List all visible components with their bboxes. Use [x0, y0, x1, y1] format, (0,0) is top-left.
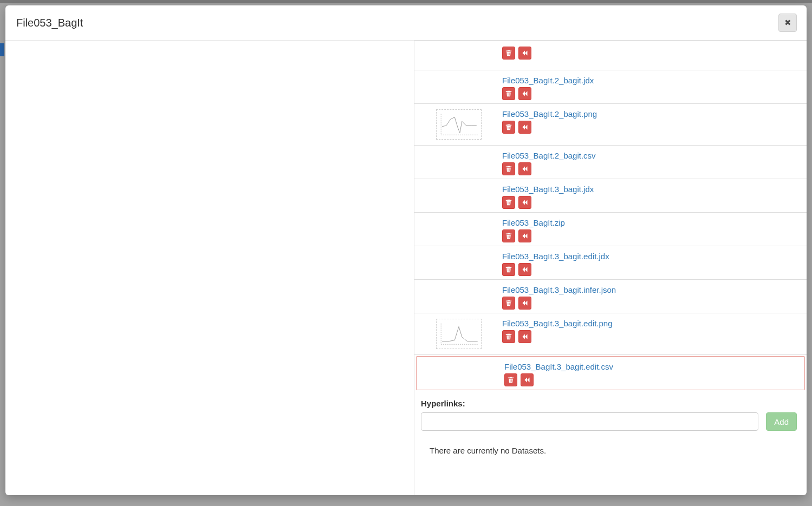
file-meta: File053_BagIt.2_bagit.png	[502, 107, 800, 134]
rewind-icon	[522, 50, 528, 56]
trash-icon	[505, 124, 512, 130]
modal-body: File053_BagIt.2_bagit.jdxFile053_BagIt.2…	[5, 41, 807, 495]
hyperlinks-label: Hyperlinks:	[421, 399, 797, 408]
trash-icon	[505, 233, 512, 239]
file-meta: File053_BagIt.3_bagit.edit.csv	[504, 360, 798, 386]
file-meta: File053_BagIt.3_bagit.edit.png	[502, 317, 800, 343]
delete-button[interactable]	[502, 47, 515, 60]
file-link[interactable]: File053_BagIt.3_bagit.edit.jdx	[502, 252, 609, 261]
rewind-button[interactable]	[521, 373, 534, 386]
file-meta: File053_BagIt.3_bagit.edit.jdx	[502, 249, 800, 276]
file-meta: File053_BagIt.3_bagit.infer.json	[502, 283, 800, 310]
rewind-button[interactable]	[518, 162, 531, 175]
datasets-empty-message: There are currently no Datasets.	[414, 431, 807, 466]
modal-header: File053_BagIt ✖	[5, 5, 807, 41]
file-row: File053_BagIt.3_bagit.jdx	[414, 179, 807, 213]
file-meta: File053_BagIt.3_bagit.jdx	[502, 182, 800, 209]
file-thumbnail-slot	[421, 317, 497, 351]
file-action-row	[502, 330, 800, 343]
file-row: File053_BagIt.3_bagit.edit.csv	[416, 356, 805, 390]
file-link[interactable]: File053_BagIt.3_bagit.jdx	[502, 185, 594, 194]
trash-icon	[508, 377, 514, 383]
delete-button[interactable]	[502, 87, 515, 100]
file-link[interactable]: File053_BagIt.2_bagit.png	[502, 109, 597, 119]
file-list: File053_BagIt.2_bagit.jdxFile053_BagIt.2…	[414, 41, 807, 390]
modal-dialog: File053_BagIt ✖ File053_BagIt.2_bagit.jd…	[5, 5, 807, 495]
rewind-button[interactable]	[518, 196, 531, 209]
file-row	[414, 41, 807, 70]
file-row: File053_BagIt.zip	[414, 213, 807, 246]
file-row: File053_BagIt.2_bagit.jdx	[414, 70, 807, 104]
delete-button[interactable]	[502, 162, 515, 175]
delete-button[interactable]	[502, 297, 515, 310]
trash-icon	[505, 166, 512, 172]
rewind-icon	[522, 266, 528, 273]
trash-icon	[505, 300, 512, 306]
delete-button[interactable]	[502, 229, 515, 242]
file-thumbnail-slot	[421, 107, 497, 142]
hyperlink-add-button[interactable]: Add	[766, 412, 797, 431]
file-link[interactable]: File053_BagIt.3_bagit.infer.json	[502, 285, 616, 294]
file-action-row	[502, 47, 800, 60]
delete-button[interactable]	[502, 330, 515, 343]
rewind-icon	[522, 333, 528, 340]
delete-button[interactable]	[502, 263, 515, 276]
close-button[interactable]: ✖	[778, 14, 797, 32]
rewind-button[interactable]	[518, 121, 531, 134]
file-link[interactable]: File053_BagIt.3_bagit.edit.csv	[504, 362, 613, 371]
file-link[interactable]: File053_BagIt.2_bagit.jdx	[502, 76, 594, 85]
file-row: File053_BagIt.3_bagit.edit.jdx	[414, 246, 807, 280]
file-action-row	[502, 263, 800, 276]
file-link[interactable]: File053_BagIt.zip	[502, 218, 565, 227]
rewind-icon	[522, 166, 528, 172]
trash-icon	[505, 50, 512, 56]
rewind-icon	[522, 124, 528, 130]
close-icon: ✖	[784, 18, 791, 28]
file-row: File053_BagIt.2_bagit.csv	[414, 146, 807, 179]
hyperlinks-row: Add	[421, 412, 797, 431]
delete-button[interactable]	[502, 121, 515, 134]
rewind-icon	[522, 300, 528, 306]
bg-toolbar	[0, 0, 812, 3]
delete-button[interactable]	[502, 196, 515, 209]
trash-icon	[505, 266, 512, 273]
trash-icon	[505, 333, 512, 340]
file-meta	[502, 44, 800, 60]
file-thumbnail	[436, 319, 482, 349]
file-action-row	[502, 297, 800, 310]
rewind-button[interactable]	[518, 87, 531, 100]
file-link[interactable]: File053_BagIt.2_bagit.csv	[502, 151, 596, 160]
trash-icon	[505, 90, 512, 97]
file-action-row	[504, 373, 798, 386]
modal-title: File053_BagIt	[16, 17, 83, 29]
trash-icon	[505, 199, 512, 206]
hyperlink-input[interactable]	[421, 412, 758, 431]
hyperlinks-section: Hyperlinks: Add	[414, 391, 807, 431]
rewind-icon	[522, 233, 528, 239]
rewind-button[interactable]	[518, 47, 531, 60]
right-pane[interactable]: File053_BagIt.2_bagit.jdxFile053_BagIt.2…	[414, 41, 807, 495]
file-action-row	[502, 162, 800, 175]
bg-sidebar-fragment	[0, 43, 4, 56]
rewind-icon	[524, 377, 530, 383]
file-action-row	[502, 87, 800, 100]
file-meta: File053_BagIt.2_bagit.csv	[502, 149, 800, 175]
rewind-button[interactable]	[518, 263, 531, 276]
rewind-button[interactable]	[518, 297, 531, 310]
file-link[interactable]: File053_BagIt.3_bagit.edit.png	[502, 319, 613, 328]
rewind-button[interactable]	[518, 229, 531, 242]
rewind-icon	[522, 199, 528, 206]
rewind-button[interactable]	[518, 330, 531, 343]
file-meta: File053_BagIt.zip	[502, 216, 800, 242]
file-row: File053_BagIt.3_bagit.infer.json	[414, 280, 807, 313]
file-action-row	[502, 121, 800, 134]
left-pane	[5, 41, 414, 495]
file-thumbnail	[436, 109, 482, 140]
file-action-row	[502, 196, 800, 209]
rewind-icon	[522, 90, 528, 97]
file-row: File053_BagIt.3_bagit.edit.png	[414, 313, 807, 355]
delete-button[interactable]	[504, 373, 517, 386]
file-action-row	[502, 229, 800, 242]
file-meta: File053_BagIt.2_bagit.jdx	[502, 74, 800, 100]
file-row: File053_BagIt.2_bagit.png	[414, 104, 807, 146]
